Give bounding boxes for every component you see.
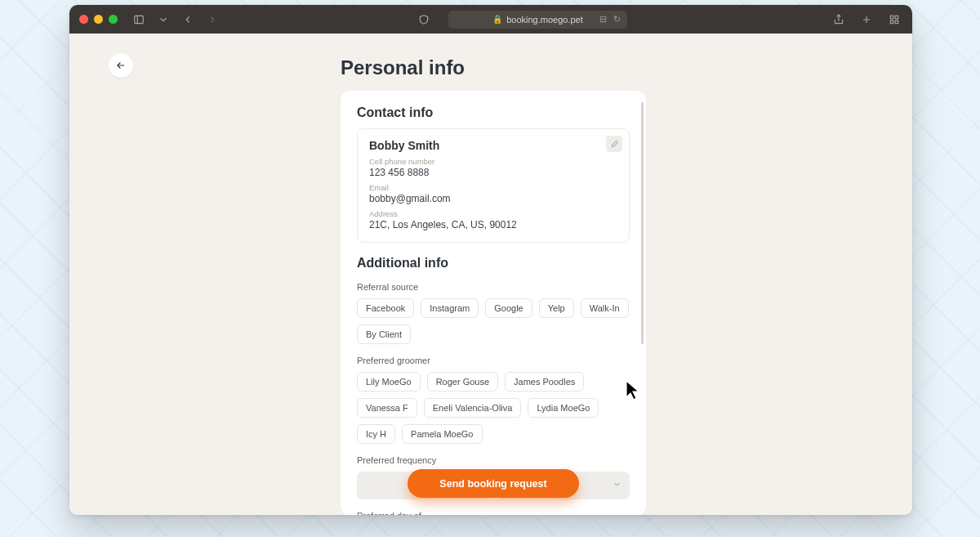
window-controls [79, 15, 118, 24]
close-window-button[interactable] [79, 15, 88, 24]
additional-section-title: Additional info [357, 256, 630, 271]
edit-contact-button[interactable] [606, 136, 622, 152]
browser-window: 🔒 booking.moego.pet ⊟ ↻ Personal info [69, 5, 912, 515]
referral-label: Referral source [357, 282, 630, 292]
shield-icon[interactable] [416, 11, 432, 28]
svg-rect-0 [135, 16, 144, 23]
contact-section-title: Contact info [357, 105, 630, 120]
card-scrollbar[interactable] [641, 102, 644, 344]
groomer-chip[interactable]: Pamela MoeGo [402, 424, 482, 444]
nav-forward-button[interactable] [204, 11, 220, 28]
tabs-overview-icon[interactable] [886, 11, 902, 28]
chevron-down-icon [612, 480, 621, 491]
groomer-chip[interactable]: Lydia MoeGo [528, 398, 599, 418]
groomer-chip[interactable]: Icy H [357, 424, 395, 444]
referral-chip[interactable]: Google [485, 298, 532, 318]
referral-chip[interactable]: Facebook [357, 298, 414, 318]
browser-titlebar: 🔒 booking.moego.pet ⊟ ↻ [69, 5, 912, 34]
groomer-label: Preferred groomer [357, 356, 630, 365]
contact-name: Bobby Smith [369, 139, 617, 152]
groomer-chip[interactable]: Vanessa F [357, 398, 417, 418]
reader-icon[interactable]: ⊟ [599, 14, 607, 25]
groomer-options: Lily MoeGo Roger Gouse James Poodles Van… [357, 372, 630, 444]
sidebar-toggle-button[interactable] [131, 11, 147, 28]
referral-chip[interactable]: By Client [357, 324, 411, 344]
referral-options: Facebook Instagram Google Yelp Walk-In B… [357, 298, 630, 344]
groomer-chip[interactable]: James Poodles [505, 372, 584, 392]
referral-chip[interactable]: Walk-In [581, 298, 629, 318]
dropdown-button[interactable] [155, 11, 172, 28]
groomer-chip[interactable]: Roger Gouse [427, 372, 498, 392]
email-value: bobby@gmail.com [369, 193, 617, 204]
referral-chip[interactable]: Yelp [539, 298, 574, 318]
back-button[interactable] [109, 53, 133, 78]
address-label: Address [369, 209, 617, 218]
reload-icon[interactable]: ↻ [613, 14, 621, 25]
nav-back-button[interactable] [180, 11, 196, 28]
phone-value: 123 456 8888 [369, 167, 617, 178]
svg-rect-8 [895, 20, 898, 24]
referral-chip[interactable]: Instagram [421, 298, 479, 318]
cta-label: Send booking request [439, 478, 546, 490]
share-icon[interactable] [831, 11, 847, 28]
svg-rect-6 [895, 16, 898, 19]
info-card: Contact info Bobby Smith Cell phone numb… [341, 91, 646, 515]
svg-rect-7 [890, 20, 893, 24]
page-title: Personal info [341, 56, 465, 79]
day-label: Preferred day of [357, 511, 630, 515]
address-bar[interactable]: 🔒 booking.moego.pet ⊟ ↻ [448, 11, 627, 29]
svg-rect-5 [890, 16, 893, 19]
maximize-window-button[interactable] [109, 15, 118, 24]
contact-info-box: Bobby Smith Cell phone number 123 456 88… [357, 128, 630, 243]
new-tab-icon[interactable] [858, 11, 875, 28]
page-content: Personal info Contact info Bobby Smith C… [69, 34, 912, 515]
email-label: Email [369, 183, 617, 192]
phone-label: Cell phone number [369, 157, 617, 166]
send-booking-request-button[interactable]: Send booking request [408, 469, 579, 498]
lock-icon: 🔒 [492, 15, 502, 24]
minimize-window-button[interactable] [94, 15, 103, 24]
groomer-chip[interactable]: Eneli Valencia-Oliva [424, 398, 522, 418]
groomer-chip[interactable]: Lily MoeGo [357, 372, 421, 392]
url-text: booking.moego.pet [506, 15, 583, 25]
address-value: 21C, Los Angeles, CA, US, 90012 [369, 219, 617, 230]
frequency-label: Preferred frequency [357, 455, 630, 465]
